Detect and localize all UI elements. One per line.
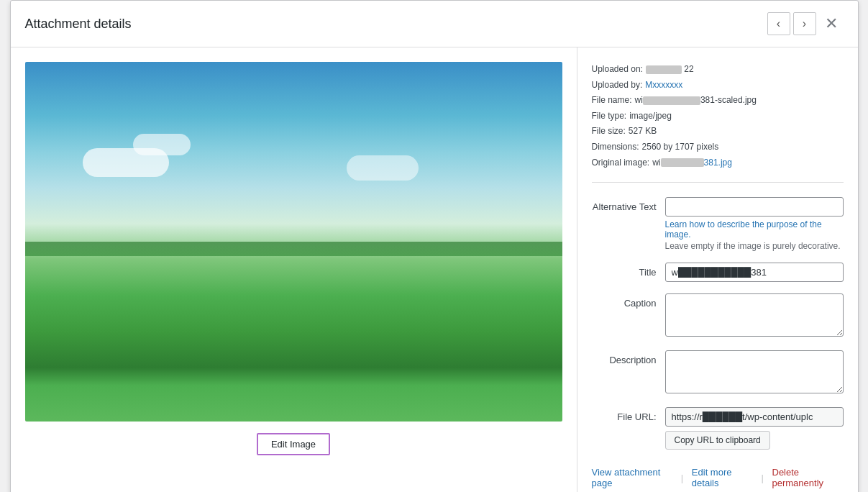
- file-url-label: File URL:: [592, 407, 657, 422]
- file-name-row: File name: wi 381-scaled.jpg: [592, 93, 844, 109]
- file-name-blurred: [643, 96, 700, 105]
- prev-button[interactable]: ‹: [767, 12, 790, 35]
- description-input-wrap: [665, 350, 844, 396]
- view-attachment-link[interactable]: View attachment page: [592, 467, 673, 488]
- alt-text-input[interactable]: [665, 197, 844, 217]
- alt-text-field-group: Alternative Text Learn how to describe t…: [592, 197, 844, 251]
- modal-footer: View attachment page | Edit more details…: [592, 461, 844, 488]
- next-button[interactable]: ›: [793, 12, 816, 35]
- file-url-input[interactable]: [665, 407, 844, 427]
- file-name-label: File name:: [592, 93, 632, 109]
- title-label: Title: [592, 263, 657, 278]
- original-image-label: Original image:: [592, 155, 650, 171]
- modal-title: Attachment details: [25, 17, 132, 32]
- uploaded-by-label: Uploaded by:: [592, 78, 643, 94]
- original-blurred: [661, 158, 704, 167]
- edit-image-button[interactable]: Edit Image: [257, 433, 330, 455]
- delete-permanently-link[interactable]: Delete permanently: [772, 467, 844, 488]
- footer-separator-1: |: [678, 473, 686, 483]
- file-name-value: wi 381-scaled.jpg: [635, 93, 757, 109]
- close-button[interactable]: ✕: [819, 13, 844, 35]
- file-url-field-group: File URL: Copy URL to clipboard: [592, 407, 844, 450]
- tree-decoration: [25, 242, 562, 256]
- title-input[interactable]: [665, 263, 844, 282]
- cloud-decoration: [133, 134, 191, 155]
- title-input-wrap: [665, 263, 844, 282]
- description-field-group: Description: [592, 350, 844, 396]
- original-image-value: wi 381.jpg: [652, 155, 732, 171]
- attachment-image: [25, 62, 562, 422]
- uploaded-on-row: Uploaded on: 22: [592, 62, 844, 78]
- copy-url-button[interactable]: Copy URL to clipboard: [665, 431, 770, 450]
- caption-input-wrap: [665, 293, 844, 339]
- modal-header: Attachment details ‹ › ✕: [11, 1, 858, 47]
- file-url-input-wrap: Copy URL to clipboard: [665, 407, 844, 450]
- attachment-details-modal: Attachment details ‹ › ✕ Edit Image: [10, 0, 859, 492]
- cloud-decoration: [347, 155, 419, 181]
- caption-field-group: Caption: [592, 293, 844, 339]
- alt-text-help-link[interactable]: Learn how to describe the purpose of the…: [665, 219, 844, 240]
- file-type-value: image/jpeg: [629, 109, 672, 124]
- file-type-row: File type: image/jpeg: [592, 109, 844, 124]
- uploaded-by-value[interactable]: Mxxxxxxx: [645, 78, 682, 94]
- modal-nav: ‹ › ✕: [767, 12, 844, 35]
- footer-separator-2: |: [759, 473, 767, 483]
- description-label: Description: [592, 350, 657, 365]
- modal-body: Edit Image Uploaded on: 22 Uploaded by: …: [11, 47, 858, 492]
- caption-input[interactable]: [665, 293, 844, 337]
- file-type-label: File type:: [592, 109, 627, 124]
- dimensions-label: Dimensions:: [592, 140, 639, 155]
- description-input[interactable]: [665, 350, 844, 393]
- file-size-row: File size: 527 KB: [592, 124, 844, 140]
- edit-more-link[interactable]: Edit more details: [692, 467, 753, 488]
- edit-button-container: Edit Image: [257, 433, 330, 455]
- caption-label: Caption: [592, 293, 657, 309]
- image-container: [25, 62, 562, 422]
- file-size-value: 527 KB: [629, 124, 657, 140]
- file-size-label: File size:: [592, 124, 626, 140]
- alt-text-input-wrap: Learn how to describe the purpose of the…: [665, 197, 844, 251]
- alt-text-label: Alternative Text: [592, 197, 657, 212]
- alt-text-note: Leave empty if the image is purely decor…: [665, 241, 844, 251]
- uploaded-on-blurred: [646, 65, 682, 74]
- image-panel: Edit Image: [11, 47, 577, 492]
- dimensions-row: Dimensions: 2560 by 1707 pixels: [592, 140, 844, 155]
- uploaded-on-value: 22: [646, 62, 694, 78]
- original-image-row: Original image: wi 381.jpg: [592, 155, 844, 171]
- details-panel: Uploaded on: 22 Uploaded by: Mxxxxxxx Fi…: [577, 47, 858, 492]
- uploaded-on-label: Uploaded on:: [592, 62, 643, 78]
- uploaded-by-row: Uploaded by: Mxxxxxxx: [592, 78, 844, 94]
- title-field-group: Title: [592, 263, 844, 282]
- file-info-section: Uploaded on: 22 Uploaded by: Mxxxxxxx Fi…: [592, 62, 844, 183]
- dimensions-value: 2560 by 1707 pixels: [642, 140, 719, 155]
